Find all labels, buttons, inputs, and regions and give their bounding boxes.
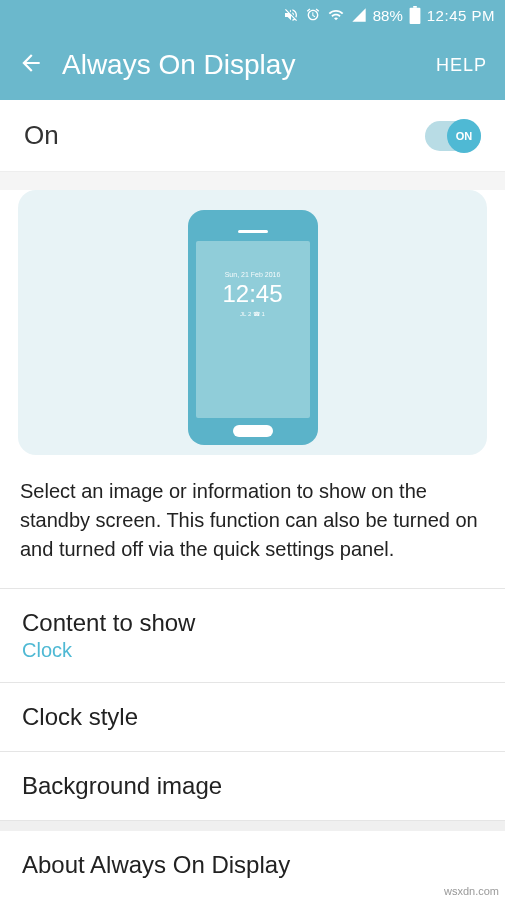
description-text: Select an image or information to show o…: [0, 473, 505, 589]
item-clock-style[interactable]: Clock style: [0, 683, 505, 752]
toggle-label: On: [24, 120, 59, 151]
item-about[interactable]: About Always On Display: [0, 831, 505, 899]
preview-date: Sun, 21 Feb 2016: [225, 271, 281, 278]
alarm-icon: [305, 7, 321, 23]
back-icon[interactable]: [18, 50, 44, 80]
item-title: Content to show: [22, 609, 483, 637]
item-title: Background image: [22, 772, 483, 800]
toggle-switch[interactable]: ON: [425, 121, 481, 151]
svg-rect-1: [409, 8, 420, 24]
phone-preview-card: Sun, 21 Feb 2016 12:45 JL 2 ☎ 1: [18, 190, 487, 455]
phone-screen: Sun, 21 Feb 2016 12:45 JL 2 ☎ 1: [196, 241, 310, 418]
status-bar: 88% 12:45 PM: [0, 0, 505, 30]
svg-rect-0: [413, 6, 417, 8]
phone-speaker-icon: [238, 230, 268, 233]
master-toggle-row[interactable]: On ON: [0, 100, 505, 172]
wifi-icon: [327, 7, 345, 23]
page-title: Always On Display: [62, 49, 436, 81]
signal-icon: [351, 7, 367, 23]
mute-icon: [283, 7, 299, 23]
preview-sub: JL 2 ☎ 1: [240, 310, 265, 317]
item-title: Clock style: [22, 703, 483, 731]
phone-home-icon: [233, 425, 273, 437]
item-title: About Always On Display: [22, 851, 483, 879]
phone-mockup: Sun, 21 Feb 2016 12:45 JL 2 ☎ 1: [188, 210, 318, 445]
preview-time: 12:45: [222, 280, 282, 308]
battery-icon: [409, 6, 421, 24]
item-content-to-show[interactable]: Content to show Clock: [0, 589, 505, 683]
section-gap: [0, 821, 505, 831]
toggle-knob: ON: [447, 119, 481, 153]
watermark: wsxdn.com: [444, 885, 499, 897]
content-area: Sun, 21 Feb 2016 12:45 JL 2 ☎ 1 Select a…: [0, 190, 505, 899]
item-value: Clock: [22, 639, 483, 662]
help-button[interactable]: HELP: [436, 55, 487, 76]
item-background-image[interactable]: Background image: [0, 752, 505, 821]
app-header: Always On Display HELP: [0, 30, 505, 100]
status-time: 12:45 PM: [427, 7, 495, 24]
battery-percent: 88%: [373, 7, 403, 24]
